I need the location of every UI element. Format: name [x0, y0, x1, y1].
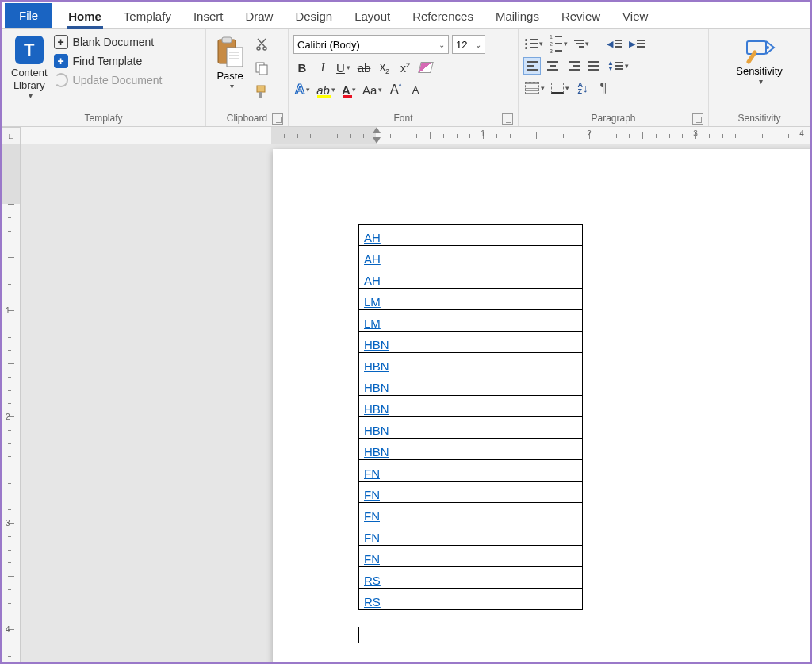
document-page[interactable]: AHAHAHLMLMHBNHBNHBNHBNHBNHBNFNFNFNFNFNRS…	[273, 149, 810, 662]
show-hide-button[interactable]: ¶	[595, 79, 612, 97]
table-cell[interactable]: HBN	[359, 374, 583, 396]
underline-button[interactable]: U▾	[335, 59, 352, 76]
font-name-select[interactable]: Calibri (Body) ⌄	[293, 35, 449, 54]
tab-home[interactable]: Home	[57, 4, 113, 28]
dialog-launcher-icon[interactable]	[502, 113, 513, 125]
find-template-button[interactable]: + Find Template	[54, 54, 163, 68]
table-cell[interactable]: AH	[359, 267, 583, 289]
numbering-button[interactable]: 123▾	[548, 35, 569, 52]
paste-button[interactable]: Paste ▾	[211, 32, 249, 94]
format-painter-button[interactable]	[254, 84, 270, 100]
cell-link[interactable]: FN	[364, 531, 380, 544]
cut-button[interactable]	[254, 36, 270, 52]
tab-layout[interactable]: Layout	[343, 4, 401, 28]
cell-link[interactable]: LM	[364, 317, 381, 330]
tab-draw[interactable]: Draw	[234, 4, 284, 28]
cell-link[interactable]: HBN	[364, 338, 389, 351]
dialog-launcher-icon[interactable]	[272, 113, 283, 125]
tab-view[interactable]: View	[611, 4, 659, 28]
table-cell[interactable]: HBN	[359, 417, 583, 439]
cell-link[interactable]: FN	[364, 466, 380, 480]
align-center-button[interactable]	[544, 57, 561, 75]
clear-formatting-button[interactable]	[417, 59, 435, 76]
cell-link[interactable]: HBN	[364, 445, 389, 459]
tab-mailings[interactable]: Mailings	[485, 4, 550, 28]
table-row[interactable]: HBN	[359, 439, 583, 460]
table-cell[interactable]: LM	[359, 310, 583, 332]
content-library-button[interactable]: T ContentLibrary ▾	[6, 32, 52, 104]
multilevel-list-button[interactable]: ▾	[573, 35, 591, 52]
cell-link[interactable]: AH	[364, 231, 381, 244]
cell-link[interactable]: FN	[364, 509, 380, 523]
tab-references[interactable]: References	[401, 4, 485, 28]
table-cell[interactable]: LM	[359, 289, 583, 310]
align-right-button[interactable]	[565, 57, 582, 75]
tab-file[interactable]: File	[5, 3, 52, 28]
shading-button[interactable]: ▾	[523, 79, 546, 97]
justify-button[interactable]	[585, 57, 603, 75]
subscript-button[interactable]: x2	[376, 59, 393, 76]
table-row[interactable]: AH	[359, 246, 583, 267]
increase-indent-button[interactable]: ▶	[627, 35, 646, 52]
table-row[interactable]: FN	[359, 482, 583, 503]
font-size-select[interactable]: 12 ⌄	[452, 35, 485, 54]
bold-button[interactable]: B	[293, 59, 311, 76]
cell-link[interactable]: HBN	[364, 381, 389, 394]
cell-link[interactable]: RS	[364, 574, 381, 587]
superscript-button[interactable]: x2	[396, 59, 414, 76]
line-spacing-button[interactable]: ▲▼▾	[606, 57, 630, 75]
highlight-button[interactable]: ab▾	[315, 81, 337, 98]
sensitivity-button[interactable]: Sensitivity ▾	[726, 32, 792, 90]
dialog-launcher-icon[interactable]	[692, 113, 703, 125]
table-cell[interactable]: FN	[359, 503, 583, 524]
cell-link[interactable]: AH	[364, 252, 381, 266]
tab-insert[interactable]: Insert	[182, 4, 235, 28]
cell-link[interactable]: RS	[364, 595, 381, 608]
italic-button[interactable]: I	[314, 59, 331, 76]
copy-button[interactable]	[254, 60, 270, 76]
table-row[interactable]: FN	[359, 503, 583, 524]
table-cell[interactable]: RS	[359, 589, 583, 610]
table-cell[interactable]: FN	[359, 524, 583, 546]
cell-link[interactable]: FN	[364, 488, 380, 501]
table-row[interactable]: LM	[359, 289, 583, 310]
bullets-button[interactable]: ▾	[523, 35, 545, 52]
table-cell[interactable]: FN	[359, 546, 583, 567]
decrease-indent-button[interactable]: ◀	[605, 35, 624, 52]
document-area[interactable]: AHAHAHLMLMHBNHBNHBNHBNHBNHBNFNFNFNFNFNRS…	[21, 144, 810, 662]
cell-link[interactable]: LM	[364, 295, 381, 309]
ruler-corner[interactable]: ∟	[2, 127, 21, 144]
table-row[interactable]: FN	[359, 460, 583, 482]
table-cell[interactable]: HBN	[359, 332, 583, 353]
table-cell[interactable]: HBN	[359, 353, 583, 374]
document-table[interactable]: AHAHAHLMLMHBNHBNHBNHBNHBNHBNFNFNFNFNFNRS…	[358, 224, 583, 610]
cell-link[interactable]: FN	[364, 552, 380, 566]
shrink-font-button[interactable]: Aˇ	[408, 81, 425, 98]
table-row[interactable]: HBN	[359, 396, 583, 417]
strikethrough-button[interactable]: ab	[355, 59, 373, 76]
table-row[interactable]: FN	[359, 524, 583, 546]
borders-button[interactable]: ▾	[550, 79, 571, 97]
table-cell[interactable]: AH	[359, 225, 583, 246]
change-case-button[interactable]: Aa▾	[361, 81, 384, 98]
table-row[interactable]: RS	[359, 567, 583, 589]
align-left-button[interactable]	[523, 57, 541, 75]
cell-link[interactable]: AH	[364, 274, 381, 287]
table-row[interactable]: HBN	[359, 332, 583, 353]
sort-button[interactable]: AZ↓	[574, 79, 592, 97]
blank-document-button[interactable]: + Blank Document	[54, 35, 163, 49]
table-row[interactable]: RS	[359, 589, 583, 610]
horizontal-ruler[interactable]: 1234	[21, 127, 810, 144]
tab-templafy[interactable]: Templafy	[113, 4, 182, 28]
table-cell[interactable]: RS	[359, 567, 583, 589]
table-row[interactable]: HBN	[359, 417, 583, 439]
vertical-ruler[interactable]: 1234	[2, 127, 21, 662]
table-row[interactable]: AH	[359, 267, 583, 289]
cell-link[interactable]: HBN	[364, 402, 389, 416]
table-row[interactable]: HBN	[359, 353, 583, 374]
cell-link[interactable]: HBN	[364, 359, 389, 373]
tab-design[interactable]: Design	[284, 4, 343, 28]
table-row[interactable]: LM	[359, 310, 583, 332]
table-cell[interactable]: FN	[359, 460, 583, 482]
font-color-button[interactable]: A▾	[340, 81, 358, 98]
